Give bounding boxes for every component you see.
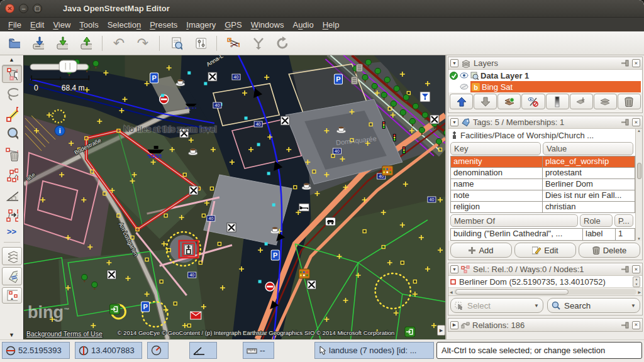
node-marker-square (401, 261, 404, 265)
upload-data-icon[interactable] (75, 34, 96, 53)
tag-row[interactable]: amenityplace_of_worship (451, 156, 635, 168)
restaurant-icon (107, 270, 116, 279)
download-data-icon[interactable] (52, 34, 72, 53)
layer-opacity-icon[interactable] (546, 94, 569, 109)
data-layer-icon (470, 72, 479, 80)
titlebar: ✕ – ▢ Java OpenStreetMap Editor (0, 0, 644, 18)
window-minimize-button[interactable]: – (19, 4, 28, 13)
pin-icon[interactable] (621, 59, 630, 67)
layer-up-icon[interactable] (450, 94, 473, 109)
membership-headers: Member Of Role P... (448, 213, 635, 228)
position-header[interactable]: P... (614, 214, 633, 227)
draw-node-tool-icon[interactable] (2, 105, 22, 123)
selection-list-item[interactable]: Berliner Dom (52.5190735, 13.4010752) ▲▼ (448, 276, 642, 288)
close-icon[interactable]: ✕ (632, 321, 640, 329)
menu-item[interactable]: GPS (220, 19, 246, 31)
expand-icon[interactable]: ▶ (450, 321, 458, 329)
collapse-icon[interactable]: ▼ (450, 59, 458, 67)
select-button[interactable]: Select▼ (450, 298, 543, 313)
save-icon[interactable] (28, 34, 48, 53)
tag-row[interactable]: nameBerliner Dom (451, 179, 635, 190)
vertical-scrollbar[interactable]: ▲▼ (635, 129, 642, 241)
select-tool-icon[interactable] (2, 65, 22, 83)
layer-buttons (448, 92, 642, 111)
menu-item[interactable]: File (4, 19, 26, 31)
combine-way-icon[interactable] (247, 34, 267, 53)
menu-item[interactable]: Help (318, 19, 344, 31)
search-button[interactable]: Search▼ (547, 298, 640, 313)
extrude-tool-icon[interactable] (2, 185, 22, 204)
terms-link[interactable]: Background Terms of Use (26, 330, 103, 337)
panel-collapse-button[interactable]: ▶ (437, 325, 445, 336)
more-tools[interactable]: >> (7, 227, 16, 236)
layer-duplicate-icon[interactable] (594, 94, 617, 109)
edit-tag-button[interactable]: Edit (514, 243, 576, 258)
menu-item[interactable]: Presets (145, 19, 182, 31)
window-close-button[interactable]: ✕ (5, 4, 14, 13)
member-of-header[interactable]: Member Of (450, 214, 578, 227)
open-icon[interactable] (4, 34, 24, 53)
split-way-icon[interactable]: ✂ (223, 34, 243, 53)
zoom-tool-icon[interactable] (2, 125, 22, 143)
unglue-tool-icon[interactable] (2, 165, 22, 184)
tag-row[interactable]: denominationprotestant (451, 168, 635, 179)
layer-row-bing[interactable]: b Bing Sat (448, 81, 642, 92)
preferences-icon[interactable] (190, 34, 210, 53)
delete-tag-button[interactable]: Delete (579, 243, 640, 258)
search-icon[interactable] (166, 34, 186, 53)
delete-tool-icon[interactable] (2, 145, 22, 163)
preset-row[interactable]: Facilities/Place of Worship/Church ... (448, 129, 635, 141)
selection-panel: ▼ Sel.: Rel.:0 / Ways:0 / Nodes:1 ✕ Berl… (448, 263, 643, 315)
value-column-header[interactable]: Value (543, 142, 633, 155)
pin-icon[interactable] (621, 118, 630, 126)
parallel-tool-icon[interactable] (2, 206, 22, 224)
menu-item[interactable]: View (48, 19, 75, 31)
redo-icon[interactable]: ↷ (133, 34, 153, 53)
menu-item[interactable]: Edit (26, 19, 48, 31)
node-marker-square (313, 170, 316, 173)
tag-row[interactable]: religionchristian (451, 202, 635, 213)
lasso-tool-icon[interactable] (2, 85, 22, 103)
membership-row[interactable]: building ("Berlin Cathedral", ...label1 (451, 229, 635, 240)
menu-item[interactable]: Windows (247, 19, 289, 31)
close-icon[interactable]: ✕ (632, 118, 640, 126)
scroll-up-icon[interactable]: ▲ (9, 57, 14, 63)
close-icon[interactable]: ✕ (632, 265, 640, 273)
pin-icon[interactable] (621, 265, 630, 273)
bing-logo: bing™ (28, 303, 69, 322)
horizontal-scrollbar[interactable]: ◀▶ (448, 288, 642, 296)
layer-activate-icon[interactable] (497, 94, 521, 109)
layer-down-icon[interactable] (474, 94, 497, 109)
menu-item[interactable]: Audio (288, 19, 318, 31)
menu-item[interactable]: Imagery (182, 19, 220, 31)
menu-item[interactable]: Selection (103, 19, 145, 31)
node-marker-square (117, 129, 120, 133)
tag-row[interactable]: noteDies ist nur ein Fall... (451, 190, 635, 202)
selection-toggle-icon[interactable]: ▲ (2, 287, 22, 304)
post-box-icon (191, 312, 201, 319)
undo-icon[interactable]: ↶ (109, 34, 129, 53)
collapse-icon[interactable]: ▼ (450, 265, 458, 273)
map-render[interactable]: i PPPP4040404040404040 Bodestraße Am Lus… (24, 55, 445, 339)
pin-icon[interactable] (621, 321, 630, 329)
add-tag-button[interactable]: Add (450, 243, 512, 258)
layer-delete-icon[interactable] (618, 94, 641, 109)
restaurant-icon (189, 186, 198, 195)
close-icon[interactable]: ✕ (632, 59, 640, 67)
layer-row-data[interactable]: Data Layer 1 (448, 70, 642, 81)
tags-toggle-icon[interactable] (2, 267, 22, 285)
layer-visibility-icon[interactable] (521, 94, 545, 109)
layers-toggle-icon[interactable] (2, 247, 22, 265)
collapse-icon[interactable]: ▼ (450, 118, 458, 126)
map-canvas[interactable]: i PPPP4040404040404040 Bodestraße Am Lus… (24, 55, 445, 339)
window-maximize-button[interactable]: ▢ (33, 4, 42, 13)
layer-merge-icon[interactable] (570, 94, 593, 109)
scroll-down-icon[interactable]: ▼ (9, 332, 14, 338)
role-header[interactable]: Role (580, 214, 613, 227)
key-column-header[interactable]: Key (450, 142, 541, 155)
node-marker-square (407, 92, 410, 95)
vertical-spinner[interactable]: ▲▼ (633, 277, 640, 287)
menu-item[interactable]: Tools (75, 19, 103, 31)
node-marker-square (210, 187, 213, 190)
refresh-icon[interactable] (271, 34, 291, 53)
